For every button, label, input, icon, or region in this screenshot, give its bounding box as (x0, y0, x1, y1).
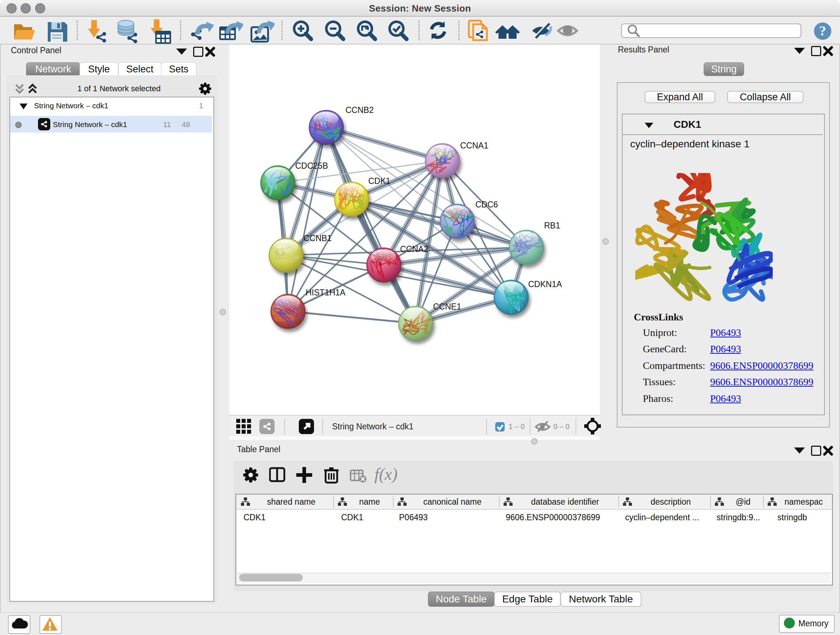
svg-text:CDK1: CDK1 (368, 176, 390, 186)
svg-text:?: ? (819, 23, 826, 38)
svg-text:RB1: RB1 (544, 221, 561, 230)
svg-text:CCNA2: CCNA2 (400, 244, 428, 254)
svg-text:CDC25B: CDC25B (295, 161, 328, 171)
svg-text:CDKN1A: CDKN1A (528, 279, 562, 289)
svg-text:CDC6: CDC6 (475, 200, 498, 209)
svg-text:HIST1H1A: HIST1H1A (306, 288, 346, 297)
svg-text:CCNB2: CCNB2 (346, 105, 374, 115)
svg-text:CCNE1: CCNE1 (433, 302, 461, 311)
svg-text:CCNB1: CCNB1 (303, 233, 332, 243)
svg-text:CCNA1: CCNA1 (460, 141, 488, 150)
